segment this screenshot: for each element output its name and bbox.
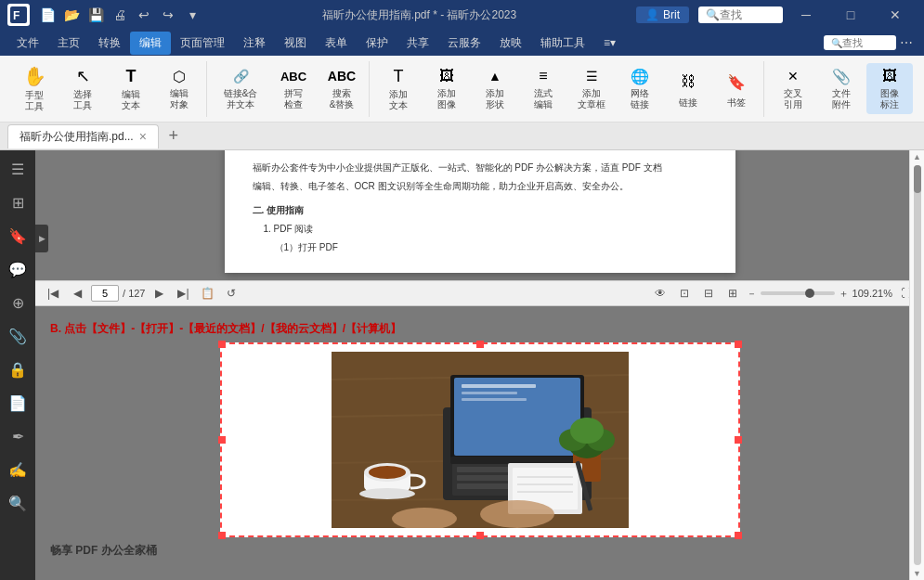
handle-bottom-right[interactable]: [735, 532, 742, 539]
menu-present[interactable]: 放映: [490, 32, 531, 55]
sidebar-attachment-icon[interactable]: 📎: [3, 321, 33, 351]
pdf-zoom-thumb[interactable]: [805, 289, 814, 298]
sidebar-comment-icon[interactable]: 💬: [3, 254, 33, 284]
image-selection-container[interactable]: [220, 342, 740, 537]
menu-more-opts[interactable]: ≡▾: [594, 32, 625, 53]
menu-edit[interactable]: 编辑: [130, 32, 171, 55]
pdf-prev-btn[interactable]: ◀: [67, 283, 87, 303]
menu-assist[interactable]: 辅助工具: [531, 32, 594, 55]
scroll-thumb[interactable]: [914, 165, 921, 193]
maximize-btn[interactable]: □: [829, 0, 872, 30]
search-replace-icon: ABC: [329, 67, 355, 85]
bookmark-btn[interactable]: 🔖 书签: [713, 63, 760, 114]
search-input[interactable]: [720, 8, 775, 21]
pdf-last-btn[interactable]: ▶|: [173, 283, 193, 303]
pdf-grid2-btn[interactable]: ⊞: [722, 283, 743, 303]
sidebar-bookmark-icon[interactable]: 🔖: [3, 221, 33, 251]
attachment-btn[interactable]: 📎 文件附件: [818, 63, 865, 114]
sidebar-sign2-icon[interactable]: ✍: [3, 455, 33, 484]
pdf-zoom-slider[interactable]: [761, 291, 835, 295]
menu-view[interactable]: 视图: [275, 32, 316, 55]
scroll-up-icon[interactable]: ▲: [911, 150, 924, 163]
redo-btn[interactable]: ↪: [158, 5, 178, 25]
sidebar-nav-icon[interactable]: ☰: [3, 154, 33, 184]
pdf-zoom-minus[interactable]: －: [747, 287, 757, 301]
menu-file[interactable]: 文件: [7, 32, 48, 55]
menu-form[interactable]: 表单: [316, 32, 357, 55]
pdf-first-btn[interactable]: |◀: [43, 283, 63, 303]
pdf-page-input[interactable]: [91, 285, 119, 302]
handle-left-middle[interactable]: [218, 436, 226, 444]
user-area[interactable]: 👤 Brit: [636, 6, 689, 23]
pdf-fit-btn[interactable]: ⊡: [674, 283, 695, 303]
link-merge-btn[interactable]: 🔗 链接&合并文本: [213, 63, 268, 114]
add-flow-btn[interactable]: ☰ 添加文章框: [568, 63, 615, 114]
search-area[interactable]: 🔍: [698, 6, 783, 23]
more-btn[interactable]: ▾: [182, 5, 202, 25]
pdf-zoom-plus[interactable]: ＋: [839, 287, 849, 301]
attachment-icon: 📎: [828, 67, 854, 85]
cross-ref-btn[interactable]: ✕ 交叉引用: [770, 63, 816, 114]
menu-page[interactable]: 页面管理: [171, 32, 234, 55]
sidebar-thumbnail-icon[interactable]: ⊞: [3, 187, 33, 217]
hand-icon: ✋: [21, 65, 47, 87]
menu-annotation[interactable]: 注释: [234, 32, 275, 55]
menu-search-input[interactable]: [842, 37, 889, 48]
handle-top-middle[interactable]: [476, 341, 484, 348]
add-text-btn[interactable]: T 添加文本: [375, 63, 422, 114]
add-shape-btn[interactable]: ▲ 添加形状: [472, 63, 518, 114]
pdf-grid1-btn[interactable]: ⊟: [698, 283, 719, 303]
window-title: 福昕办公使用指南.pdf * - 福昕办公2023: [202, 7, 636, 23]
scroll-down-icon[interactable]: ▼: [911, 567, 924, 580]
menu-home[interactable]: 主页: [48, 32, 89, 55]
stream-edit-btn[interactable]: ≡ 流式编辑: [520, 63, 566, 114]
link-btn[interactable]: ⛓ 链接: [665, 63, 711, 114]
open-btn[interactable]: 📂: [61, 5, 82, 25]
handle-bottom-left[interactable]: [218, 532, 226, 539]
pdf-eye-btn[interactable]: 👁: [650, 283, 670, 303]
link-merge-label: 链接&合并文本: [224, 88, 258, 110]
menu-protect[interactable]: 保护: [357, 32, 397, 55]
edit-text-btn[interactable]: T 编辑文本: [108, 63, 154, 114]
network-link-btn[interactable]: 🌐 网络链接: [617, 63, 663, 114]
pdf-copy-btn[interactable]: 📋: [197, 283, 217, 303]
select-tool-btn[interactable]: ↖ 选择工具: [59, 63, 106, 114]
add-image-btn[interactable]: 🖼 添加图像: [423, 63, 470, 114]
sidebar-sig-icon[interactable]: ✒: [3, 421, 33, 451]
save-btn[interactable]: 💾: [85, 5, 106, 25]
pdf-next-btn[interactable]: ▶: [149, 283, 169, 303]
menu-search[interactable]: 🔍: [824, 35, 896, 50]
menu-expand-btn[interactable]: ⋯: [896, 32, 917, 53]
sidebar-collapse-btn[interactable]: ▶: [35, 225, 48, 252]
sidebar-page-icon[interactable]: 📄: [3, 388, 33, 418]
spell-btn[interactable]: ABC 拼写检查: [270, 63, 317, 114]
print-btn[interactable]: 🖨: [110, 5, 130, 25]
handle-bottom-middle[interactable]: [476, 532, 484, 539]
tab-close-btn[interactable]: ×: [139, 129, 147, 144]
sidebar-lock-icon[interactable]: 🔒: [3, 354, 33, 384]
search-replace-btn[interactable]: ABC 搜索&替换: [319, 63, 365, 114]
new-btn[interactable]: 📄: [37, 5, 58, 25]
add-text-label: 添加文本: [389, 89, 408, 111]
menu-share[interactable]: 共享: [397, 32, 438, 55]
minimize-btn[interactable]: ─: [785, 0, 827, 30]
handle-top-right[interactable]: [735, 341, 742, 348]
image-annot-btn[interactable]: 🖼 图像标注: [866, 63, 913, 114]
edit-obj-btn[interactable]: ⬡ 编辑对象: [156, 63, 202, 114]
tab-add-btn[interactable]: +: [163, 125, 185, 148]
menu-convert[interactable]: 转换: [89, 32, 130, 55]
tab-main-doc[interactable]: 福昕办公使用指南.pd... ×: [7, 124, 159, 148]
search-icon: 🔍: [706, 8, 720, 21]
handle-top-left[interactable]: [218, 341, 226, 348]
pdf-selected-text: B. 点击【文件】-【打开】-【最近的文档】/【我的云文档】/【计算机】: [50, 321, 401, 337]
pdf-rotate-btn[interactable]: ↺: [221, 283, 241, 303]
sidebar-search-icon[interactable]: 🔍: [3, 488, 33, 518]
hand-tool-btn[interactable]: ✋ 手型工具: [11, 63, 58, 114]
toolbar: ✋ 手型工具 ↖ 选择工具 T 编辑文本 ⬡ 编辑对象 🔗 链接&合并文本 AB…: [0, 56, 924, 122]
audio-video-btn[interactable]: 🎵 音频&视频: [915, 63, 924, 114]
handle-right-middle[interactable]: [735, 436, 742, 444]
undo-btn[interactable]: ↩: [134, 5, 154, 25]
close-btn[interactable]: ✕: [874, 0, 917, 30]
sidebar-layers-icon[interactable]: ⊕: [3, 288, 33, 317]
menu-cloud[interactable]: 云服务: [438, 32, 490, 55]
